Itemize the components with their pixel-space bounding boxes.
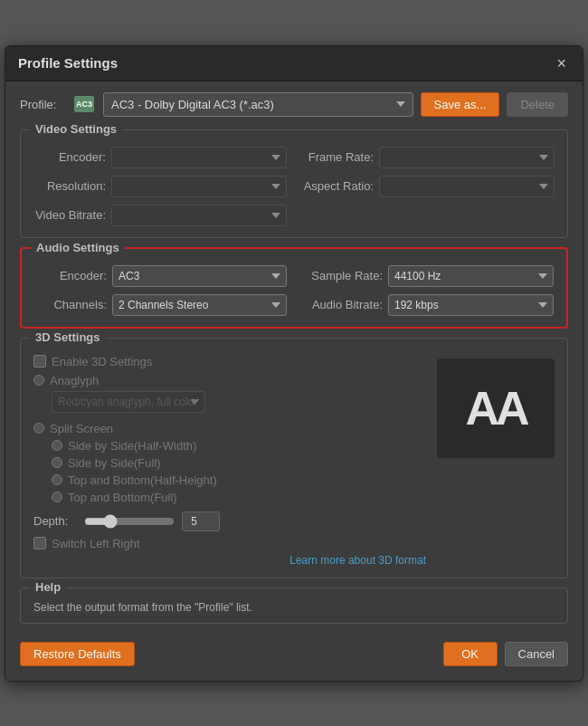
side-by-side-half-radio[interactable] [52,440,62,451]
profile-select[interactable]: AC3 - Dolby Digital AC3 (*.ac3) [103,92,413,117]
top-bottom-half-radio[interactable] [52,474,62,485]
audio-bitrate-label: Audio Bitrate: [301,298,383,311]
anaglyph-row: Anaglyph [33,374,426,387]
audio-bitrate-row: Audio Bitrate: 192 kbps [301,294,554,316]
side-by-side-full-row: Side by Side(Full) [52,456,426,470]
depth-label: Depth: [33,514,77,528]
side-by-side-full-label: Side by Side(Full) [68,456,161,470]
channels-select[interactable]: 2 Channels Stereo [112,294,287,316]
channels-label: Channels: [34,298,107,311]
audio-encoder-select[interactable]: AC3 [112,265,287,287]
aa-preview-text: AA [465,381,526,435]
sample-rate-label: Sample Rate: [301,269,383,282]
audio-encoder-row: Encoder: AC3 [34,265,287,287]
profile-settings-dialog: Profile Settings × Profile: AC3 AC3 - Do… [5,45,583,682]
sample-rate-select[interactable]: 44100 Hz [388,265,554,287]
frame-rate-label: Frame Rate: [301,150,374,164]
enable-3d-row: Enable 3D Settings [33,355,426,368]
audio-settings-title: Audio Settings [31,241,125,254]
encoder-label: Encoder: [33,150,106,164]
video-bitrate-row: Video Bitrate: [33,205,287,226]
depth-slider[interactable] [84,514,175,529]
help-section: Help Select the output format from the "… [20,587,568,624]
top-bottom-full-radio[interactable] [52,492,62,502]
anaglyph-select[interactable]: Red/cyan anaglyph, full color [52,391,205,413]
top-bottom-half-row: Top and Bottom(Half-Height) [52,473,426,487]
profile-row: Profile: AC3 AC3 - Dolby Digital AC3 (*.… [20,92,568,117]
split-screen-label: Split Screen [50,422,113,435]
dialog-body: Profile: AC3 AC3 - Dolby Digital AC3 (*.… [5,81,583,681]
enable-3d-checkbox[interactable] [33,355,46,368]
footer-right: OK Cancel [443,642,568,666]
save-as-button[interactable]: Save as... [421,92,500,117]
enable-3d-label: Enable 3D Settings [52,355,152,368]
channels-row: Channels: 2 Channels Stereo [34,294,287,316]
profile-icon: AC3 [74,96,94,112]
footer: Restore Defaults OK Cancel [20,635,568,670]
video-bitrate-label: Video Bitrate: [33,208,106,222]
anaglyph-radio[interactable] [33,375,44,386]
help-text: Select the output format from the "Profi… [33,601,555,614]
anaglyph-label: Anaglyph [50,374,99,387]
aa-preview-box: AA [437,358,555,458]
switch-lr-checkbox[interactable] [33,537,46,549]
help-title: Help [30,580,66,594]
side-by-side-half-row: Side by Side(Half-Width) [52,439,426,453]
video-bitrate-select[interactable] [111,205,287,226]
resolution-row: Resolution: [33,176,287,197]
delete-button[interactable]: Delete [507,92,568,117]
title-bar: Profile Settings × [5,46,583,81]
frame-rate-row: Frame Rate: [301,147,555,168]
audio-encoder-label: Encoder: [34,269,107,282]
aspect-ratio-row: Aspect Ratio: [301,176,555,197]
depth-input[interactable] [182,511,220,531]
resolution-select[interactable] [111,176,287,197]
top-bottom-full-label: Top and Bottom(Full) [68,491,177,504]
frame-rate-select[interactable] [379,147,555,168]
split-screen-row: Split Screen [33,422,426,435]
dialog-title: Profile Settings [18,55,118,71]
video-settings-title: Video Settings [30,122,122,136]
learn-more-link[interactable]: Learn more about 3D format [33,554,426,567]
aspect-ratio-select[interactable] [379,176,555,197]
resolution-label: Resolution: [33,179,106,193]
restore-defaults-button[interactable]: Restore Defaults [20,642,135,666]
top-bottom-half-label: Top and Bottom(Half-Height) [68,473,217,487]
audio-settings-section: Audio Settings Encoder: AC3 Sample Rate:… [20,247,568,329]
split-screen-radio[interactable] [33,423,44,434]
top-bottom-full-row: Top and Bottom(Full) [52,491,426,504]
close-button[interactable]: × [553,55,570,72]
switch-lr-label: Switch Left Right [52,537,140,550]
three-d-settings-title: 3D Settings [30,330,106,344]
side-by-side-full-radio[interactable] [52,457,62,468]
sample-rate-row: Sample Rate: 44100 Hz [301,265,554,287]
ok-button[interactable]: OK [443,642,498,666]
depth-row: Depth: [33,511,426,531]
anaglyph-select-wrapper: Red/cyan anaglyph, full color [33,391,426,418]
three-d-left: Enable 3D Settings Anaglyph Red/cyan ana… [33,355,426,567]
encoder-select[interactable] [111,147,287,168]
switch-lr-row: Switch Left Right [33,537,426,550]
cancel-button[interactable]: Cancel [505,642,568,666]
encoder-row: Encoder: [33,147,287,168]
video-settings-section: Video Settings Encoder: Frame Rate: Reso… [20,129,568,238]
aspect-ratio-label: Aspect Ratio: [301,179,374,193]
side-by-side-half-label: Side by Side(Half-Width) [68,439,196,453]
profile-label: Profile: [20,98,67,111]
three-d-settings-section: 3D Settings Enable 3D Settings Anaglyph … [20,338,568,578]
audio-bitrate-select[interactable]: 192 kbps [388,294,554,316]
